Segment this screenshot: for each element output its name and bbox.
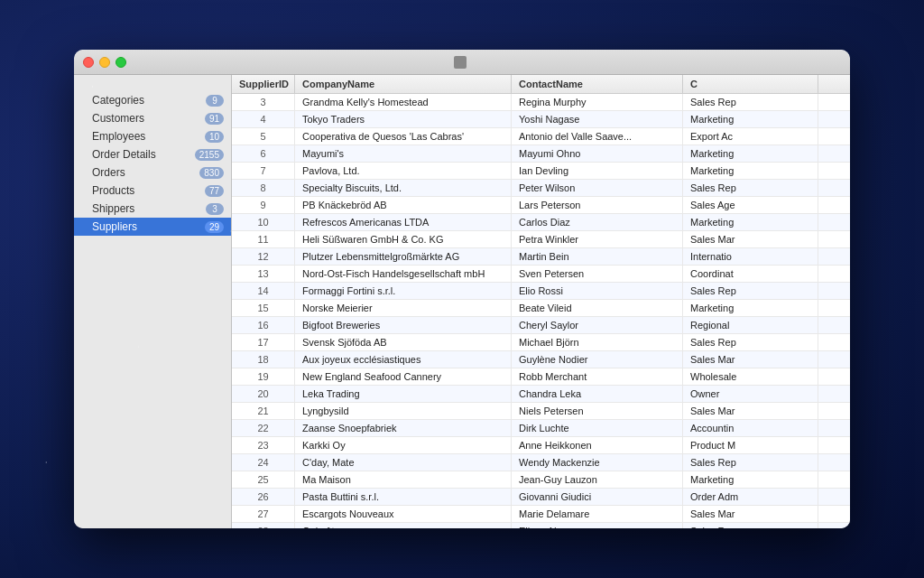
- table-body[interactable]: 3Grandma Kelly's HomesteadRegina MurphyS…: [232, 94, 850, 528]
- table-cell: Leka Trading: [295, 386, 512, 402]
- table-row[interactable]: 13Nord-Ost-Fisch Handelsgesellschaft mbH…: [232, 266, 850, 283]
- table-cell: Tokyo Traders: [295, 111, 512, 127]
- db-icon: [454, 56, 467, 69]
- table-cell: Cheryl Saylor: [512, 317, 683, 333]
- sidebar-item-shippers[interactable]: Shippers3: [74, 200, 231, 218]
- col-header-c: C: [683, 75, 818, 93]
- table-row[interactable]: 26Pasta Buttini s.r.l.Giovanni GiudiciOr…: [232, 489, 850, 506]
- table-cell: Marketing: [683, 300, 818, 316]
- table-row[interactable]: 23Karkki OyAnne HeikkonenProduct M: [232, 437, 850, 454]
- table-cell: 12: [232, 248, 295, 265]
- window-title: [454, 56, 470, 69]
- table-cell: Marketing: [683, 471, 818, 488]
- table-row[interactable]: 8Specialty Biscuits, Ltd.Peter WilsonSal…: [232, 180, 850, 197]
- table-row[interactable]: 3Grandma Kelly's HomesteadRegina MurphyS…: [232, 94, 850, 111]
- sidebar-item-badge: 29: [205, 221, 224, 233]
- table-cell: Norske Meierier: [295, 300, 512, 316]
- table-row[interactable]: 27Escargots NouveauxMarie DelamareSales …: [232, 506, 850, 523]
- table-row[interactable]: 9PB Knäckebröd ABLars PetersonSales Age: [232, 197, 850, 214]
- table-cell: Karkki Oy: [295, 437, 512, 453]
- table-cell: Sven Petersen: [512, 266, 683, 282]
- sidebar-item-label: Orders: [92, 166, 125, 179]
- table-row[interactable]: 11Heli Süßwaren GmbH & Co. KGPetra Winkl…: [232, 231, 850, 248]
- sidebar-section-title: [74, 82, 231, 91]
- table-cell: 13: [232, 266, 295, 282]
- table-cell: Regina Murphy: [512, 94, 683, 110]
- table-cell: Sales Mar: [683, 231, 818, 247]
- table-row[interactable]: 16Bigfoot BreweriesCheryl SaylorRegional: [232, 317, 850, 334]
- minimize-button[interactable]: [99, 57, 110, 68]
- table-cell: Pavlova, Ltd.: [295, 163, 512, 179]
- table-cell: Bigfoot Breweries: [295, 317, 512, 333]
- table-cell: Robb Merchant: [512, 368, 683, 385]
- table-cell: Sales Rep: [683, 283, 818, 299]
- table-row[interactable]: 24C'day, MateWendy MackenzieSales Rep: [232, 454, 850, 471]
- table-cell: C'day, Mate: [295, 454, 512, 471]
- table-row[interactable]: 4Tokyo TradersYoshi NagaseMarketing: [232, 111, 850, 128]
- sidebar-item-badge: 830: [199, 167, 224, 179]
- table-cell: Order Adm: [683, 489, 818, 505]
- sidebar-item-badge: 9: [206, 95, 224, 107]
- table-cell: Beate Vileid: [512, 300, 683, 316]
- traffic-lights: [83, 57, 126, 68]
- table-cell: Marketing: [683, 145, 818, 162]
- table-cell: 15: [232, 300, 295, 316]
- table-cell: Product M: [683, 437, 818, 453]
- table-cell: 26: [232, 489, 295, 505]
- table-row[interactable]: 5Cooperativa de Quesos 'Las Cabras'Anton…: [232, 128, 850, 145]
- sidebar-item-label: Shippers: [92, 202, 134, 215]
- table-cell: Antonio del Valle Saave...: [512, 128, 683, 144]
- table-row[interactable]: 12Plutzer Lebensmittelgroßmärkte AGMarti…: [232, 248, 850, 266]
- col-header-companyname: CompanyName: [295, 75, 512, 93]
- sidebar-item-label: Order Details: [92, 148, 156, 161]
- table-cell: PB Knäckebröd AB: [295, 197, 512, 213]
- table-row[interactable]: 6Mayumi'sMayumi OhnoMarketing: [232, 145, 850, 163]
- table-row[interactable]: 28Gai pâturageEliane NozSales Rep: [232, 523, 850, 528]
- table-cell: Specialty Biscuits, Ltd.: [295, 180, 512, 196]
- table-cell: Lyngbysild: [295, 403, 512, 419]
- sidebar-item-products[interactable]: Products77: [74, 182, 231, 200]
- table-cell: Sales Rep: [683, 180, 818, 196]
- table-row[interactable]: 10Refrescos Americanas LTDACarlos DiazMa…: [232, 214, 850, 231]
- table-cell: 24: [232, 454, 295, 471]
- sidebar-item-order-details[interactable]: Order Details2155: [74, 145, 231, 163]
- sidebar-item-label: Employees: [92, 130, 145, 143]
- sidebar-item-orders[interactable]: Orders830: [74, 163, 231, 182]
- sidebar-item-label: Products: [92, 184, 134, 197]
- table-row[interactable]: 22Zaanse SnoepfabriekDirk LuchteAccounti…: [232, 420, 850, 437]
- sidebar-item-suppliers[interactable]: Suppliers29: [74, 218, 231, 236]
- table-row[interactable]: 15Norske MeierierBeate VileidMarketing: [232, 300, 850, 317]
- table-cell: Coordinat: [683, 266, 818, 282]
- table-cell: Sales Mar: [683, 351, 818, 368]
- table-cell: 6: [232, 145, 295, 162]
- table-row[interactable]: 20Leka TradingChandra LekaOwner: [232, 386, 850, 403]
- sidebar-item-categories[interactable]: Categories9: [74, 91, 231, 109]
- sidebar-item-customers[interactable]: Customers91: [74, 109, 231, 127]
- table-row[interactable]: 14Formaggi Fortini s.r.l.Elio RossiSales…: [232, 283, 850, 300]
- table-cell: Refrescos Americanas LTDA: [295, 214, 512, 230]
- table-row[interactable]: 25Ma MaisonJean-Guy LauzonMarketing: [232, 471, 850, 489]
- table-row[interactable]: 19New England Seafood CanneryRobb Mercha…: [232, 368, 850, 386]
- content-area: Categories9Customers91Employees10Order D…: [74, 75, 850, 528]
- table-cell: Sales Rep: [683, 523, 818, 528]
- table-cell: 7: [232, 163, 295, 179]
- sidebar-item-label: Suppliers: [92, 220, 137, 233]
- table-cell: 3: [232, 94, 295, 110]
- table-cell: Nord-Ost-Fisch Handelsgesellschaft mbH: [295, 266, 512, 282]
- table-cell: Owner: [683, 386, 818, 402]
- table-cell: Giovanni Giudici: [512, 489, 683, 505]
- table-row[interactable]: 17Svensk Sjöföda ABMichael BjörnSales Re…: [232, 334, 850, 351]
- table-cell: 27: [232, 506, 295, 522]
- table-cell: Guylène Nodier: [512, 351, 683, 368]
- table-cell: Internatio: [683, 248, 818, 265]
- table-row[interactable]: 7Pavlova, Ltd.Ian DevlingMarketing: [232, 163, 850, 180]
- table-row[interactable]: 21LyngbysildNiels PetersenSales Mar: [232, 403, 850, 420]
- maximize-button[interactable]: [116, 57, 126, 68]
- table-row[interactable]: 18Aux joyeux ecclésiastiquesGuylène Nodi…: [232, 351, 850, 368]
- close-button[interactable]: [83, 57, 94, 68]
- table-cell: 10: [232, 214, 295, 230]
- sidebar-item-employees[interactable]: Employees10: [74, 127, 231, 145]
- table-cell: Chandra Leka: [512, 386, 683, 402]
- table-cell: Pasta Buttini s.r.l.: [295, 489, 512, 505]
- table-cell: Accountin: [683, 420, 818, 436]
